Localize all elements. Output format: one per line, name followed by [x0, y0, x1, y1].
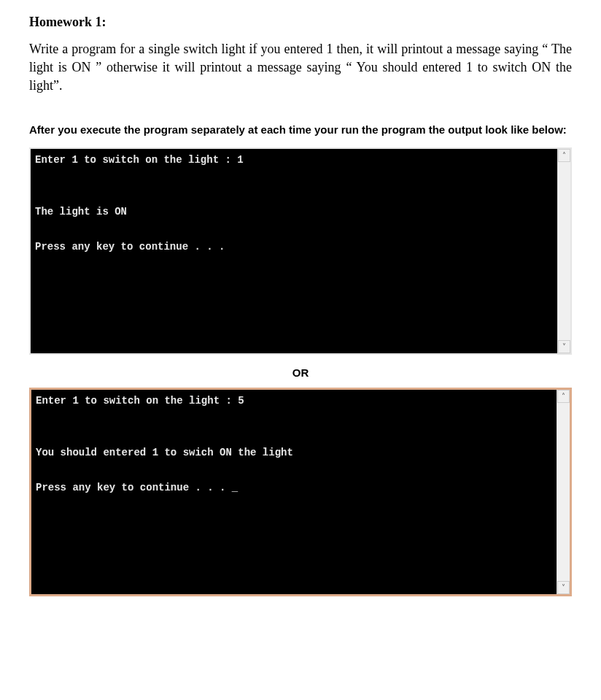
- homework-heading: Homework 1:: [29, 15, 572, 30]
- output-intro: After you execute the program separately…: [29, 122, 572, 137]
- console1-line4: The light is ON: [35, 206, 127, 218]
- scroll-track[interactable]: [557, 403, 570, 581]
- scroll-down-icon[interactable]: ˅: [557, 581, 570, 594]
- scroll-up-icon[interactable]: ˄: [558, 149, 570, 162]
- scroll-track[interactable]: [558, 162, 570, 340]
- or-separator: OR: [29, 366, 572, 379]
- console2-line1: Enter 1 to switch on the light : 5: [36, 395, 244, 407]
- scrollbar-1[interactable]: ˄ ˅: [557, 149, 570, 353]
- homework-description: Write a program for a single switch ligh…: [29, 40, 572, 96]
- console-text-2: Enter 1 to switch on the light : 5 You s…: [31, 390, 557, 594]
- scrollbar-2[interactable]: ˄ ˅: [557, 390, 570, 594]
- console-text-1: Enter 1 to switch on the light : 1 The l…: [31, 149, 557, 353]
- console1-line6: Press any key to continue . . .: [35, 241, 225, 253]
- console1-line1: Enter 1 to switch on the light : 1: [35, 154, 244, 166]
- scroll-up-icon[interactable]: ˄: [557, 390, 570, 403]
- console-output-2: Enter 1 to switch on the light : 5 You s…: [29, 388, 572, 596]
- console-output-1: Enter 1 to switch on the light : 1 The l…: [29, 147, 572, 355]
- console2-line6: Press any key to continue . . . _: [36, 482, 238, 493]
- scroll-down-icon[interactable]: ˅: [558, 340, 570, 353]
- console2-line4: You should entered 1 to swich ON the lig…: [36, 447, 293, 458]
